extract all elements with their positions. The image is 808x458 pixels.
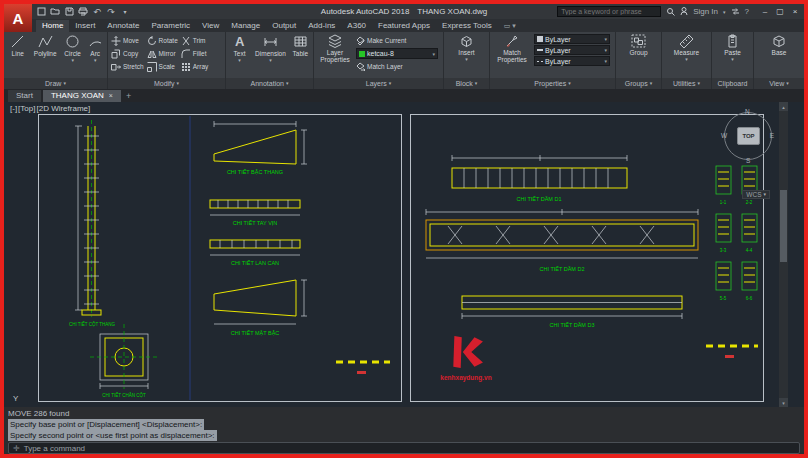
group-button[interactable]: Group — [623, 34, 655, 56]
panel-title-groups[interactable]: Groups▾ — [616, 78, 661, 89]
panel-title-layers[interactable]: Layers▾ — [314, 78, 443, 89]
insert-caret-icon[interactable]: ▾ — [465, 57, 468, 62]
fillet-button[interactable]: Fillet — [181, 47, 209, 60]
new-tab-icon[interactable]: + — [123, 91, 134, 102]
button-label: Line — [12, 50, 24, 57]
dimension-caret-icon[interactable]: ▾ — [269, 58, 272, 63]
maximize-button[interactable]: ▢ — [773, 6, 787, 18]
panel-title-annotation[interactable]: Annotation▾ — [226, 78, 313, 89]
save-icon[interactable] — [64, 7, 74, 17]
open-icon[interactable] — [50, 7, 60, 17]
tab-addins[interactable]: Add-ins — [302, 20, 341, 32]
line-button[interactable]: Line — [7, 34, 29, 57]
lineweight-select[interactable]: ByLayer ▾ — [534, 45, 610, 55]
help-icon[interactable]: ? — [745, 7, 749, 16]
vertical-scrollbar[interactable]: ▴ ▾ — [779, 102, 788, 407]
move-button[interactable]: Move — [111, 34, 144, 47]
table-button[interactable]: Table — [291, 34, 310, 57]
compass-north-label[interactable]: N — [745, 108, 750, 115]
polyline-button[interactable]: Polyline — [32, 34, 59, 57]
undo-icon[interactable]: ↶ — [92, 7, 102, 17]
tab-insert[interactable]: Insert — [69, 20, 101, 32]
tab-view[interactable]: View — [196, 20, 225, 32]
arc-caret-icon[interactable]: ▾ — [94, 58, 97, 63]
tab-close-icon[interactable]: × — [109, 92, 113, 99]
search-input[interactable] — [557, 6, 661, 17]
new-icon[interactable] — [36, 7, 46, 17]
make-current-button[interactable]: Make Current — [356, 34, 438, 47]
scroll-down-icon[interactable]: ▾ — [779, 398, 788, 407]
copy-button[interactable]: Copy — [111, 47, 144, 60]
sign-in-link[interactable]: Sign In — [693, 7, 718, 16]
file-tab-start[interactable]: Start — [8, 90, 41, 102]
close-button[interactable]: × — [788, 6, 802, 18]
visual-style-button[interactable]: [2D Wireframe] — [36, 104, 90, 113]
search-icon[interactable] — [666, 7, 675, 16]
tab-featured-apps[interactable]: Featured Apps — [372, 20, 436, 32]
redo-icon[interactable]: ↷ — [106, 7, 116, 17]
mirror-button[interactable]: Mirror — [147, 47, 178, 60]
trim-button[interactable]: Trim — [181, 34, 209, 47]
linetype-select[interactable]: ByLayer ▾ — [534, 56, 610, 66]
tab-parametric[interactable]: Parametric — [145, 20, 196, 32]
insert-button[interactable]: Insert ▾ — [452, 34, 482, 62]
command-input[interactable]: ✛ Type a command — [8, 442, 800, 454]
ribbon-collapse-icon[interactable]: ▭ ▾ — [504, 22, 516, 32]
object-color-select[interactable]: ByLayer ▾ — [534, 34, 610, 44]
stretch-button[interactable]: Stretch — [111, 60, 144, 73]
scale-button[interactable]: Scale — [147, 60, 178, 73]
minimize-button[interactable]: – — [758, 6, 772, 18]
viewport-menu-button[interactable]: [-] — [10, 104, 17, 113]
panel-title-view[interactable]: View▾ — [754, 78, 804, 89]
match-properties-button[interactable]: Match Properties — [493, 34, 531, 63]
tab-express-tools[interactable]: Express Tools — [436, 20, 498, 32]
tab-a360[interactable]: A360 — [341, 20, 372, 32]
paste-button[interactable]: Paste ▾ — [719, 34, 747, 62]
scroll-up-icon[interactable]: ▴ — [779, 102, 788, 111]
scrollbar-thumb[interactable] — [780, 190, 787, 262]
plot-icon[interactable] — [78, 7, 88, 17]
wcs-selector[interactable]: WCS ▾ — [742, 190, 770, 199]
dimension-button[interactable]: Dimension ▾ — [253, 34, 288, 63]
exchange-apps-icon[interactable] — [731, 7, 740, 16]
circle-button[interactable]: Circle ▾ — [62, 34, 84, 63]
file-tab-thang-xoan[interactable]: THANG XOAN × — [43, 90, 121, 102]
tab-annotate[interactable]: Annotate — [101, 20, 145, 32]
measure-button[interactable]: Measure ▾ — [669, 34, 705, 62]
match-layer-button[interactable]: Match Layer — [356, 60, 438, 73]
viewcube[interactable]: N S W E TOP — [720, 108, 776, 164]
circle-caret-icon[interactable]: ▾ — [71, 58, 74, 63]
text-button[interactable]: A Text ▾ — [229, 34, 250, 63]
array-button[interactable]: Array — [181, 60, 209, 73]
base-button[interactable]: Base — [765, 34, 793, 56]
drawing-canvas[interactable]: [-] [Top] [2D Wireframe] CHI TIẾT CỘT TH… — [4, 102, 804, 407]
arc-button[interactable]: Arc ▾ — [86, 34, 104, 63]
qat-dropdown-icon[interactable]: ▾ — [120, 7, 130, 17]
measure-caret-icon[interactable]: ▾ — [685, 57, 688, 62]
panel-title-modify[interactable]: Modify▾ — [108, 78, 225, 89]
panel-title-utilities[interactable]: Utilities▾ — [662, 78, 711, 89]
detail-label: CHI TIẾT MẶT BẬC — [231, 330, 280, 336]
panel-modify: Move Copy Stretch Rotate Mirror Scale Tr… — [108, 32, 226, 89]
viewcube-top-face[interactable]: TOP — [737, 127, 760, 145]
view-selector-button[interactable]: [Top] — [18, 104, 35, 113]
text-caret-icon[interactable]: ▾ — [238, 58, 241, 63]
rotate-button[interactable]: Rotate — [147, 34, 178, 47]
tab-manage[interactable]: Manage — [225, 20, 266, 32]
document-title: THANG XOAN.dwg — [417, 7, 487, 16]
paste-caret-icon[interactable]: ▾ — [731, 57, 734, 62]
panel-title-draw[interactable]: Draw▾ — [4, 78, 107, 89]
tab-output[interactable]: Output — [266, 20, 302, 32]
command-tools-icon[interactable]: ✛ — [13, 444, 20, 453]
tab-home[interactable]: Home — [36, 20, 69, 32]
layer-properties-button[interactable]: Layer Properties — [317, 34, 353, 63]
compass-east-label[interactable]: E — [770, 132, 774, 139]
panel-title-block[interactable]: Block▾ — [444, 78, 489, 89]
application-menu-button[interactable]: A — [4, 4, 32, 32]
sign-in-caret-icon[interactable]: ▾ — [723, 9, 726, 15]
layer-select[interactable]: ketcau-8 ▾ — [356, 48, 438, 59]
panel-title-properties[interactable]: Properties▾ — [490, 78, 615, 89]
compass-south-label[interactable]: S — [746, 157, 750, 164]
compass-west-label[interactable]: W — [721, 132, 727, 139]
panel-title-clipboard[interactable]: Clipboard — [712, 78, 753, 89]
